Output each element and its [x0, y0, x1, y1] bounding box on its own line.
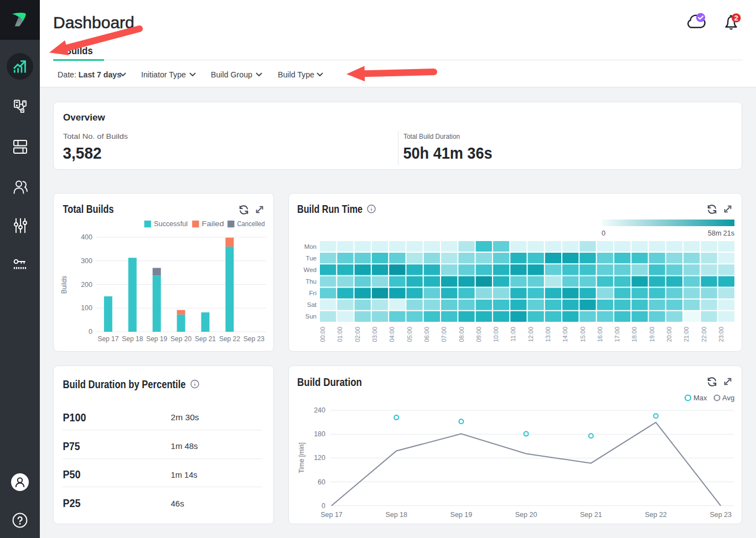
svg-text:Sep 19: Sep 19 [146, 335, 167, 343]
svg-text:08:00: 08:00 [458, 327, 465, 342]
svg-text:P75: P75 [63, 440, 80, 452]
svg-text:Build Duration: Build Duration [297, 376, 362, 388]
svg-text:Tue: Tue [306, 255, 317, 262]
svg-text:Wed: Wed [304, 267, 317, 273]
svg-text:12:00: 12:00 [527, 327, 534, 342]
svg-text:60: 60 [318, 478, 325, 486]
svg-text:1m 14s: 1m 14s [171, 470, 198, 479]
svg-text:Sep 20: Sep 20 [170, 335, 191, 343]
svg-text:17:00: 17:00 [614, 327, 620, 342]
svg-text:Sep 21: Sep 21 [580, 511, 602, 519]
svg-text:1m 48s: 1m 48s [171, 441, 198, 451]
svg-text:Sep 21: Sep 21 [195, 335, 216, 343]
svg-text:06:00: 06:00 [423, 327, 430, 342]
svg-text:Sep 19: Sep 19 [451, 511, 473, 519]
svg-text:0: 0 [89, 328, 92, 336]
svg-text:Mon: Mon [304, 243, 317, 250]
svg-text:2: 2 [734, 14, 738, 22]
svg-text:Sep 18: Sep 18 [122, 335, 143, 343]
svg-text:200: 200 [81, 281, 92, 289]
svg-text:240: 240 [314, 406, 325, 414]
svg-text:05:00: 05:00 [406, 327, 413, 342]
svg-text:07:00: 07:00 [441, 327, 447, 342]
svg-text:Max: Max [693, 394, 707, 402]
svg-text:03:00: 03:00 [371, 327, 378, 342]
svg-text:46s: 46s [171, 499, 184, 508]
svg-text:Sep 18: Sep 18 [385, 511, 407, 519]
svg-text:Sep 22: Sep 22 [219, 335, 240, 343]
svg-text:Sep 23: Sep 23 [710, 511, 732, 519]
svg-text:Fri: Fri [309, 290, 317, 296]
svg-text:01:00: 01:00 [336, 327, 343, 342]
svg-text:23:00: 23:00 [718, 327, 724, 342]
svg-text:120: 120 [314, 454, 325, 462]
svg-text:P25: P25 [63, 497, 81, 509]
svg-text:Sep 23: Sep 23 [244, 335, 265, 343]
svg-text:Failed: Failed [202, 220, 224, 228]
svg-text:18:00: 18:00 [631, 327, 638, 342]
svg-text:P100: P100 [63, 411, 86, 424]
svg-text:13:00: 13:00 [545, 327, 551, 342]
svg-text:Avg: Avg [722, 394, 734, 402]
svg-text:Time [min]: Time [min] [298, 442, 305, 473]
svg-text:Sep 20: Sep 20 [515, 511, 537, 519]
svg-text:Sun: Sun [305, 313, 317, 320]
svg-text:0: 0 [322, 502, 325, 510]
svg-text:Sep 17: Sep 17 [320, 511, 343, 519]
svg-text:16:00: 16:00 [597, 327, 603, 342]
svg-text:Thu: Thu [305, 278, 317, 285]
svg-text:00:00: 00:00 [319, 327, 326, 342]
svg-text:P50: P50 [63, 468, 81, 480]
svg-text:Total Build Duration: Total Build Duration [403, 132, 460, 140]
svg-text:100: 100 [81, 304, 92, 312]
svg-text:19:00: 19:00 [649, 327, 655, 342]
svg-text:50h 41m 36s: 50h 41m 36s [403, 144, 493, 162]
svg-text:Sat: Sat [307, 301, 317, 308]
svg-text:Sep 22: Sep 22 [645, 511, 667, 519]
svg-text:Total Builds: Total Builds [63, 203, 114, 215]
svg-text:Build Run Time: Build Run Time [297, 203, 363, 215]
svg-text:Successful: Successful [154, 220, 188, 228]
svg-text:22:00: 22:00 [701, 327, 707, 342]
svg-text:3,582: 3,582 [63, 144, 102, 162]
svg-text:15:00: 15:00 [579, 327, 586, 342]
svg-text:11:00: 11:00 [510, 327, 516, 342]
svg-text:Cancelled: Cancelled [237, 220, 265, 228]
svg-text:04:00: 04:00 [389, 327, 395, 342]
svg-text:Sep 17: Sep 17 [97, 335, 118, 343]
svg-text:180: 180 [314, 430, 325, 438]
svg-text:20:00: 20:00 [666, 327, 672, 342]
svg-text:58m 21s: 58m 21s [708, 229, 734, 237]
svg-text:300: 300 [81, 257, 92, 265]
svg-text:Total No. of Builds: Total No. of Builds [63, 132, 128, 140]
svg-text:21:00: 21:00 [683, 327, 690, 342]
svg-text:10:00: 10:00 [493, 327, 499, 342]
svg-text:2m 30s: 2m 30s [171, 412, 199, 422]
svg-text:Overview: Overview [63, 112, 105, 123]
svg-text:Build Duration by Percentile: Build Duration by Percentile [63, 378, 186, 390]
svg-text:02:00: 02:00 [354, 327, 361, 342]
svg-text:14:00: 14:00 [562, 327, 568, 342]
svg-text:400: 400 [81, 233, 92, 241]
svg-text:0: 0 [602, 229, 605, 237]
svg-text:09:00: 09:00 [475, 327, 482, 342]
svg-text:Builds: Builds [60, 276, 68, 294]
